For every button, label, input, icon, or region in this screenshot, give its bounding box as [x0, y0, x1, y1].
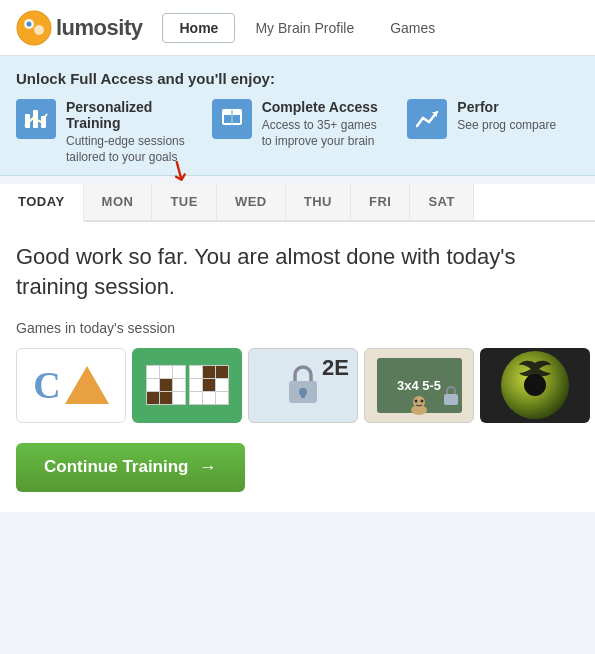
- training-title: Personalized Training: [66, 99, 188, 131]
- header: lumosity Home My Brain Profile Games: [0, 0, 595, 56]
- perf-icon-box: [407, 99, 447, 139]
- training-text: Personalized Training Cutting-edge sessi…: [66, 99, 188, 165]
- perf-desc: See prog compare: [457, 118, 556, 134]
- access-desc: Access to 35+ games to improve your brai…: [262, 118, 384, 149]
- eye-graphic: [501, 351, 569, 419]
- game-thumb-grid[interactable]: [132, 348, 242, 423]
- lock-icon: [285, 363, 321, 407]
- svg-point-2: [34, 25, 44, 35]
- logo: lumosity: [16, 10, 142, 46]
- svg-point-17: [415, 399, 418, 402]
- main-nav: Home My Brain Profile Games: [162, 13, 451, 43]
- game-thumb-lock[interactable]: 2E: [248, 348, 358, 423]
- nav-home[interactable]: Home: [162, 13, 235, 43]
- math-character: [405, 394, 433, 420]
- lumosity-logo-icon: [16, 10, 52, 46]
- continue-training-button[interactable]: Continue Training →: [16, 443, 245, 492]
- nav-brain-profile[interactable]: My Brain Profile: [239, 14, 370, 42]
- tab-thu[interactable]: THU: [286, 184, 351, 220]
- svg-point-0: [17, 11, 51, 45]
- svg-rect-13: [301, 392, 305, 398]
- promo-item-access: Complete Access Access to 35+ games to i…: [212, 99, 384, 165]
- training-desc: Cutting-edge sessions tailored to your g…: [66, 134, 188, 165]
- grid-puzzle-container: [146, 365, 229, 405]
- day-tabs: TODAY MON TUE WED THU FRI SAT: [0, 184, 595, 222]
- game-thumb-color-match[interactable]: C: [16, 348, 126, 423]
- tab-today[interactable]: TODAY: [0, 184, 84, 222]
- color-match-letter: C: [33, 363, 60, 407]
- logo-text: lumosity: [56, 15, 142, 41]
- main-content: Good work so far. You are almost done wi…: [0, 222, 595, 511]
- math-lock-overlay: [442, 385, 460, 411]
- svg-rect-14: [444, 394, 458, 405]
- tab-fri[interactable]: FRI: [351, 184, 410, 220]
- math-character-svg: [405, 394, 433, 416]
- promo-items: Personalized Training Cutting-edge sessi…: [16, 99, 579, 165]
- box-icon: [219, 106, 245, 132]
- continue-label: Continue Training: [44, 457, 189, 477]
- promo-banner: Unlock Full Access and you'll enjoy: Per…: [0, 56, 595, 176]
- svg-point-3: [27, 21, 32, 26]
- lock-label-2e: 2E: [322, 355, 349, 381]
- performance-icon: [414, 106, 440, 132]
- svg-point-18: [421, 399, 424, 402]
- chart-icon: [23, 106, 49, 132]
- continue-arrow: →: [199, 457, 217, 478]
- game-thumb-math[interactable]: 3x4 5-5: [364, 348, 474, 423]
- games-label: Games in today's session: [16, 320, 579, 336]
- math-lock-icon: [442, 385, 460, 407]
- tab-tue[interactable]: TUE: [152, 184, 217, 220]
- math-content: 3x4 5-5: [365, 349, 473, 422]
- perf-title: Perfor: [457, 99, 556, 115]
- games-row: C: [16, 348, 579, 423]
- tab-sat[interactable]: SAT: [410, 184, 474, 220]
- nav-games[interactable]: Games: [374, 14, 451, 42]
- access-icon-box: [212, 99, 252, 139]
- tab-wed[interactable]: WED: [217, 184, 286, 220]
- color-match-triangle: [65, 366, 109, 404]
- promo-item-training: Personalized Training Cutting-edge sessi…: [16, 99, 188, 165]
- game-thumb-eye[interactable]: [480, 348, 590, 423]
- session-headline: Good work so far. You are almost done wi…: [16, 242, 579, 301]
- access-title: Complete Access: [262, 99, 384, 115]
- bird-silhouette: [517, 359, 553, 379]
- grid-right: [189, 365, 229, 405]
- tab-mon[interactable]: MON: [84, 184, 153, 220]
- promo-title: Unlock Full Access and you'll enjoy:: [16, 70, 579, 87]
- perf-text: Perfor See prog compare: [457, 99, 556, 134]
- access-text: Complete Access Access to 35+ games to i…: [262, 99, 384, 149]
- training-icon-box: [16, 99, 56, 139]
- promo-item-perf: Perfor See prog compare: [407, 99, 579, 165]
- grid-left: [146, 365, 186, 405]
